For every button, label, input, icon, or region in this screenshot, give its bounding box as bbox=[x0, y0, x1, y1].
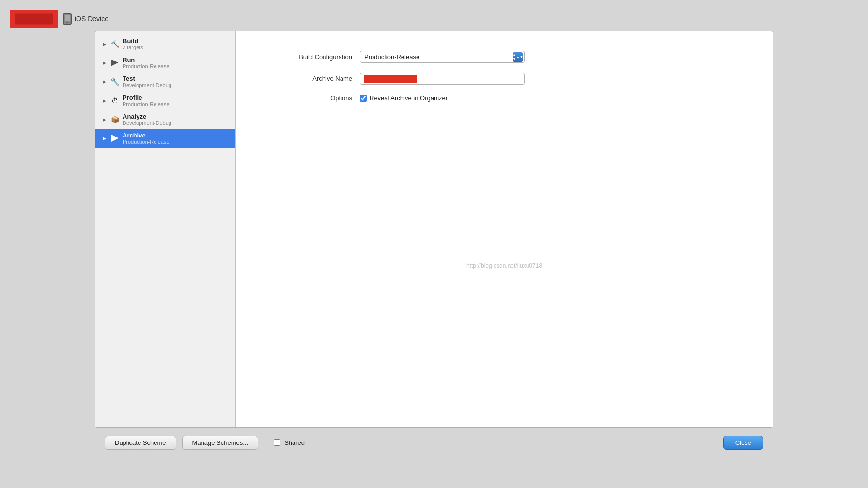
archive-name-label: Archive Name bbox=[265, 75, 352, 82]
build-config-label: Build Configuration bbox=[265, 53, 352, 61]
analyze-sub: Development-Debug bbox=[123, 120, 171, 126]
options-label: Options bbox=[265, 94, 352, 102]
reveal-archive-label: Reveal Archive in Organizer bbox=[370, 94, 448, 102]
expand-arrow-run: ▶ bbox=[101, 60, 107, 66]
run-sub: Production-Release bbox=[123, 63, 170, 69]
sidebar-item-profile[interactable]: ▶ ⏱ Profile Production-Release bbox=[95, 91, 235, 110]
main-panel: ▶ 🔨 Build 2 targets ▶ Run Production-Rel… bbox=[95, 31, 773, 428]
device-selector[interactable]: iOS Device bbox=[63, 13, 108, 25]
watermark: http://blog.csdn.net/liuxu0718 bbox=[466, 262, 542, 269]
options-row: Options Reveal Archive in Organizer bbox=[265, 94, 744, 102]
sidebar-item-archive[interactable]: ▶ Archive Production-Release bbox=[95, 129, 235, 148]
scheme-logo bbox=[10, 10, 58, 28]
build-config-select-wrap: Production-Release ▲▼ bbox=[360, 51, 525, 63]
analyze-icon: 📦 bbox=[110, 115, 120, 124]
archive-name-row: Archive Name bbox=[265, 73, 744, 85]
archive-icon bbox=[110, 134, 120, 143]
reveal-archive-checkbox[interactable] bbox=[360, 95, 367, 102]
options-controls: Reveal Archive in Organizer bbox=[360, 94, 448, 102]
build-label: Build bbox=[123, 37, 143, 45]
build-sub: 2 targets bbox=[123, 45, 143, 50]
test-label: Test bbox=[123, 75, 171, 82]
sidebar-item-test[interactable]: ▶ 🔧 Test Development-Debug bbox=[95, 72, 235, 91]
run-label: Run bbox=[123, 56, 170, 63]
build-icon: 🔨 bbox=[110, 39, 120, 49]
profile-icon: ⏱ bbox=[110, 96, 120, 106]
build-config-select[interactable]: Production-Release bbox=[360, 51, 525, 63]
expand-arrow-profile: ▶ bbox=[101, 98, 107, 104]
test-sub: Development-Debug bbox=[123, 82, 171, 88]
profile-label: Profile bbox=[123, 94, 170, 101]
shared-label: Shared bbox=[284, 439, 305, 446]
sidebar-item-build[interactable]: ▶ 🔨 Build 2 targets bbox=[95, 34, 235, 53]
build-config-row: Build Configuration Production-Release ▲… bbox=[265, 51, 744, 63]
archive-text: Archive Production-Release bbox=[123, 132, 170, 145]
analyze-text: Analyze Development-Debug bbox=[123, 113, 171, 126]
panel-body: ▶ 🔨 Build 2 targets ▶ Run Production-Rel… bbox=[95, 31, 773, 427]
duplicate-scheme-button[interactable]: Duplicate Scheme bbox=[105, 436, 176, 450]
bottom-left: Duplicate Scheme Manage Schemes... Share… bbox=[105, 436, 305, 450]
test-text: Test Development-Debug bbox=[123, 75, 171, 88]
run-text: Run Production-Release bbox=[123, 56, 170, 69]
top-bar: iOS Device bbox=[10, 10, 108, 28]
archive-name-control bbox=[360, 73, 544, 85]
bottom-bar: Duplicate Scheme Manage Schemes... Share… bbox=[95, 428, 773, 457]
expand-arrow-archive: ▶ bbox=[101, 136, 107, 141]
device-label: iOS Device bbox=[75, 15, 108, 23]
expand-arrow-test: ▶ bbox=[101, 79, 107, 85]
archive-name-input[interactable] bbox=[360, 73, 525, 85]
profile-text: Profile Production-Release bbox=[123, 94, 170, 107]
archive-label: Archive bbox=[123, 132, 170, 139]
device-phone-icon bbox=[63, 13, 72, 25]
expand-arrow-analyze: ▶ bbox=[101, 117, 107, 122]
analyze-label: Analyze bbox=[123, 113, 171, 120]
run-icon bbox=[110, 58, 120, 68]
archive-sub: Production-Release bbox=[123, 139, 170, 145]
reveal-archive-wrap: Reveal Archive in Organizer bbox=[360, 94, 448, 102]
shared-wrap: Shared bbox=[274, 439, 305, 446]
close-button[interactable]: Close bbox=[723, 436, 763, 450]
shared-checkbox[interactable] bbox=[274, 439, 280, 446]
sidebar: ▶ 🔨 Build 2 targets ▶ Run Production-Rel… bbox=[95, 31, 236, 427]
manage-schemes-button[interactable]: Manage Schemes... bbox=[182, 436, 259, 450]
profile-sub: Production-Release bbox=[123, 101, 170, 107]
build-config-control: Production-Release ▲▼ bbox=[360, 51, 544, 63]
sidebar-item-analyze[interactable]: ▶ 📦 Analyze Development-Debug bbox=[95, 110, 235, 129]
content-area: Build Configuration Production-Release ▲… bbox=[236, 31, 773, 427]
bottom-right: Close bbox=[723, 436, 763, 450]
expand-arrow-build: ▶ bbox=[101, 41, 107, 47]
sidebar-item-run[interactable]: ▶ Run Production-Release bbox=[95, 53, 235, 72]
content-inner: Build Configuration Production-Release ▲… bbox=[236, 31, 773, 131]
build-text: Build 2 targets bbox=[123, 37, 143, 50]
test-icon: 🔧 bbox=[110, 77, 120, 87]
